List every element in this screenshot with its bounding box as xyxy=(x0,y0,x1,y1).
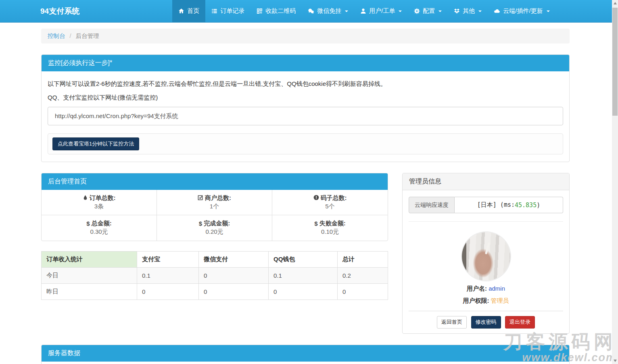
nav-item-qrcode[interactable]: 收款二维码 xyxy=(251,0,302,22)
scroll-down-icon[interactable] xyxy=(614,360,617,362)
role-link[interactable]: 管理员 xyxy=(491,297,509,304)
cell-value: 0 xyxy=(137,284,199,300)
stat-total-amount: $ 总金额: 0.30元 xyxy=(42,215,157,241)
breadcrumb: 控制台 / 后台管理 xyxy=(41,29,570,44)
monitor-panel-body: 以下网址可以设置2-6秒的监控速度,若不监控,云端会帮忙监控,但是云端一旦出错,… xyxy=(42,71,569,162)
column-header-wechatpay: 微信支付 xyxy=(199,252,269,268)
role-label: 用户权限: xyxy=(463,297,489,304)
app-title: 94支付系统 xyxy=(40,0,79,22)
chevron-down-icon xyxy=(478,10,482,12)
stat-label: 失败金额: xyxy=(319,220,346,227)
scroll-up-icon[interactable] xyxy=(614,2,617,4)
username-link[interactable]: admin xyxy=(489,285,505,292)
breadcrumb-home-link[interactable]: 控制台 xyxy=(48,33,65,39)
username-row: 用户名: admin xyxy=(409,285,563,293)
column-header-alipay: 支付宝 xyxy=(137,252,199,268)
dashboard-panel: 后台管理首页 订单总数: 3条 商户总数: xyxy=(41,173,388,241)
breadcrumb-separator: / xyxy=(70,33,71,39)
stat-label: 商户总数: xyxy=(205,194,231,202)
chevron-down-icon xyxy=(345,10,348,12)
cell-value: 0.1 xyxy=(269,268,338,284)
exclamation-circle-icon xyxy=(313,195,319,202)
admin-panel-title: 管理员信息 xyxy=(403,173,569,190)
nav-item-orders[interactable]: 订单记录 xyxy=(205,0,251,22)
stat-value: 0.30元 xyxy=(42,228,157,236)
change-password-button[interactable]: 修改密码 xyxy=(471,316,501,328)
vertical-scrollbar[interactable] xyxy=(612,0,618,364)
monitor-panel: 监控[必须执行这一步]* 以下网址可以设置2-6秒的监控速度,若不监控,云端会帮… xyxy=(41,54,570,162)
left-column: 后台管理首页 订单总数: 3条 商户总数: xyxy=(41,162,388,300)
admin-panel-body: 云端响应速度 [日本] (ms:45.835) 用户名: admin xyxy=(403,190,569,333)
row-label-today: 今日 xyxy=(42,268,137,284)
monitor-note-line2: QQ、支付宝监控以下网址(微信无需监控) xyxy=(48,93,563,102)
nav-item-label: 其他 xyxy=(463,7,475,15)
cell-value: 0 xyxy=(199,268,269,284)
cloud-speed-label: 云端响应速度 xyxy=(409,197,455,213)
avatar[interactable] xyxy=(462,232,510,281)
nav-item-wechat[interactable]: 微信免挂 xyxy=(302,0,354,22)
server-panel-body xyxy=(42,362,569,364)
avatar-area xyxy=(409,232,563,281)
speed-ms-value: 45.835 xyxy=(515,202,537,209)
content-columns: 后台管理首页 订单总数: 3条 商户总数: xyxy=(41,162,570,333)
gear-icon xyxy=(414,8,420,14)
column-header-qqwallet: QQ钱包 xyxy=(269,252,338,268)
logout-button[interactable]: 退出登录 xyxy=(505,316,535,328)
stat-value: 5个 xyxy=(272,203,388,210)
table-row: 昨日 0 0 0 0 xyxy=(42,284,388,300)
cloud-speed-value: [日本] (ms:45.835) xyxy=(455,197,563,213)
user-icon xyxy=(360,8,366,14)
qrcode-icon xyxy=(257,8,263,14)
nav-item-label: 订单记录 xyxy=(220,7,244,15)
nav-item-config[interactable]: 配置 xyxy=(408,0,448,22)
stat-failed-amount: $ 失败金额: 0.10元 xyxy=(272,215,388,241)
home-icon xyxy=(178,8,184,14)
role-row: 用户权限: 管理员 xyxy=(409,297,563,305)
username-label: 用户名: xyxy=(467,285,487,292)
nav-item-label: 收款二维码 xyxy=(265,7,296,15)
cell-value: 0.2 xyxy=(338,268,388,284)
stat-codes: 码子总数: 5个 xyxy=(272,190,388,215)
stat-completed-amount: $ 完成金额: 0.20元 xyxy=(157,215,272,241)
speed-prefix: [日本] (ms: xyxy=(477,201,515,209)
stat-value: 1个 xyxy=(157,203,272,210)
nav-item-label: 首页 xyxy=(187,7,199,15)
stat-value: 0.20元 xyxy=(157,228,272,236)
stat-value: 0.10元 xyxy=(272,228,388,236)
cloud-icon xyxy=(494,8,500,14)
chevron-down-icon xyxy=(438,10,442,12)
stat-label: 码子总数: xyxy=(321,194,347,202)
monitor-well: 点此查看宝塔1分钟以下监控方法 xyxy=(48,133,563,154)
admin-info-panel: 管理员信息 云端响应速度 [日本] (ms:45.835) 用户名: xyxy=(402,173,570,333)
dollar-icon: $ xyxy=(199,220,202,227)
cell-value: 0 xyxy=(199,284,269,300)
monitor-url-input[interactable] xyxy=(48,107,563,125)
breadcrumb-current: 后台管理 xyxy=(76,33,99,39)
cell-value: 0 xyxy=(269,284,338,300)
dashboard-panel-title: 后台管理首页 xyxy=(42,173,388,190)
dollar-icon: $ xyxy=(314,220,317,227)
cell-value: 0 xyxy=(338,284,388,300)
speed-suffix: ) xyxy=(537,202,540,209)
nav-item-home[interactable]: 首页 xyxy=(172,0,205,22)
table-header-row: 订单收入统计 支付宝 微信支付 QQ钱包 总计 xyxy=(42,252,388,268)
chevron-down-icon xyxy=(399,10,402,12)
chevron-down-icon xyxy=(547,10,550,12)
stat-orders: 订单总数: 3条 xyxy=(42,190,157,215)
nav-item-label: 云端/插件/更新 xyxy=(503,7,543,15)
stat-label: 完成金额: xyxy=(204,220,230,227)
nav-item-other[interactable]: 其他 xyxy=(448,0,488,22)
back-home-button[interactable]: 返回首页 xyxy=(437,316,467,328)
main-content: 控制台 / 后台管理 监控[必须执行这一步]* 以下网址可以设置2-6秒的监控速… xyxy=(41,23,570,364)
top-navbar: 94支付系统 首页 订单记录 收款二维码 微信免挂 用户/工单 配置 xyxy=(0,0,612,23)
stat-label: 总金额: xyxy=(92,220,112,227)
server-panel-title: 服务器数据 xyxy=(42,345,569,362)
monitor-note-line1: 以下网址可以设置2-6秒的监控速度,若不监控,云端会帮忙监控,但是云端一旦出错,… xyxy=(48,79,563,88)
scrollbar-thumb[interactable] xyxy=(612,8,618,116)
column-header-total: 总计 xyxy=(338,252,388,268)
nav-item-label: 配置 xyxy=(423,7,435,15)
nav-item-cloud[interactable]: 云端/插件/更新 xyxy=(488,0,555,22)
nav-item-users[interactable]: 用户/工单 xyxy=(354,0,408,22)
baota-guide-button[interactable]: 点此查看宝塔1分钟以下监控方法 xyxy=(52,137,139,150)
stat-value: 3条 xyxy=(42,203,157,210)
